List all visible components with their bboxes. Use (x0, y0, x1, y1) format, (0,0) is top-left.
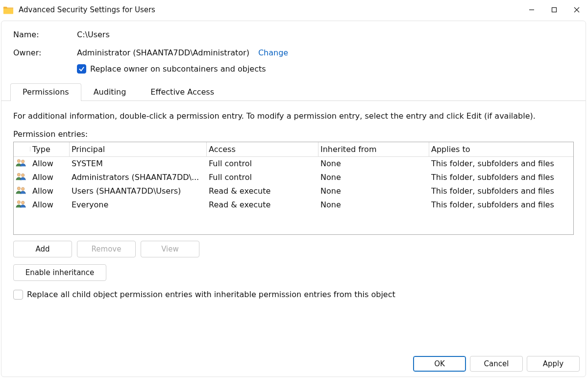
cell-type: Allow (30, 171, 70, 183)
col-access[interactable]: Access (207, 142, 318, 156)
permission-entry[interactable]: AllowEveryoneRead & executeNoneThis fold… (14, 198, 573, 212)
cell-principal: Users (SHAANTA7DD\Users) (70, 185, 207, 197)
permission-entries-label: Permission entries: (13, 129, 574, 139)
replace-all-row[interactable]: Replace all child object permission entr… (13, 290, 574, 300)
svg-point-8 (17, 187, 20, 190)
close-button[interactable] (565, 0, 588, 20)
permission-entry[interactable]: AllowUsers (SHAANTA7DD\Users)Read & exec… (14, 184, 573, 198)
cell-access: Read & execute (207, 185, 318, 197)
replace-owner-checkbox[interactable] (77, 64, 86, 74)
cell-inherited: None (318, 171, 429, 183)
permission-buttons-row: Add Remove View (13, 241, 574, 257)
cell-principal: SYSTEM (70, 157, 207, 170)
title-bar: Advanced Security Settings for Users (0, 0, 588, 20)
window-controls (520, 0, 588, 20)
cell-type: Allow (30, 185, 70, 197)
group-icon (14, 171, 30, 184)
owner-row: Owner: Administrator (SHAANTA7DD\Adminis… (13, 48, 574, 57)
svg-point-5 (22, 160, 24, 163)
tab-permissions[interactable]: Permissions (10, 83, 81, 101)
svg-point-6 (17, 173, 20, 176)
tabstrip: Permissions Auditing Effective Access (1, 83, 586, 101)
cell-access: Full control (207, 171, 318, 183)
tab-effective-access-label: Effective Access (150, 87, 214, 97)
view-button[interactable]: View (141, 241, 199, 257)
name-label: Name: (13, 30, 77, 39)
dialog-frame: Name: C:\Users Owner: Administrator (SHA… (1, 21, 586, 377)
name-row: Name: C:\Users (13, 30, 574, 39)
permission-entry[interactable]: AllowSYSTEMFull controlNoneThis folder, … (14, 157, 573, 171)
permission-entries-header-row: Type Principal Access Inherited from App… (14, 142, 573, 157)
group-icon (14, 198, 30, 212)
replace-all-label: Replace all child object permission entr… (27, 290, 395, 299)
group-icon (14, 157, 30, 171)
maximize-button[interactable] (543, 0, 565, 20)
cell-access: Full control (207, 157, 318, 170)
replace-owner-label: Replace owner on subcontainers and objec… (90, 64, 266, 74)
name-value: C:\Users (77, 30, 110, 39)
cancel-button[interactable]: Cancel (470, 356, 523, 372)
replace-all-checkbox[interactable] (13, 290, 23, 300)
col-applies[interactable]: Applies to (429, 142, 573, 156)
tab-permissions-label: Permissions (23, 87, 69, 97)
tab-auditing[interactable]: Auditing (81, 83, 139, 101)
header-section: Name: C:\Users Owner: Administrator (SHA… (1, 30, 586, 79)
dialog-footer: OK Cancel Apply (413, 356, 580, 372)
permissions-tab-body: For additional information, double-click… (1, 101, 586, 300)
tab-auditing-label: Auditing (94, 87, 126, 97)
owner-label: Owner: (13, 48, 77, 57)
add-button[interactable]: Add (13, 241, 72, 257)
ok-button[interactable]: OK (413, 356, 466, 372)
window-title: Advanced Security Settings for Users (19, 5, 155, 14)
svg-point-9 (22, 187, 24, 190)
remove-button[interactable]: Remove (77, 241, 136, 257)
info-text: For additional information, double-click… (13, 111, 574, 122)
change-owner-link[interactable]: Change (258, 48, 288, 57)
permission-entry[interactable]: AllowAdministrators (SHAANTA7DD\...Full … (14, 171, 573, 184)
cell-applies: This folder, subfolders and files (429, 157, 573, 170)
group-icon (14, 184, 30, 198)
svg-point-11 (22, 201, 24, 204)
minimize-button[interactable] (520, 0, 543, 20)
cell-principal: Everyone (70, 199, 207, 211)
col-type[interactable]: Type (30, 142, 70, 156)
permission-entries-box: Type Principal Access Inherited from App… (13, 142, 574, 235)
permission-entries-rows: AllowSYSTEMFull controlNoneThis folder, … (14, 157, 573, 212)
svg-rect-1 (552, 8, 557, 12)
cell-type: Allow (30, 199, 70, 211)
cell-applies: This folder, subfolders and files (429, 171, 573, 183)
cell-inherited: None (318, 185, 429, 197)
svg-point-4 (17, 159, 20, 162)
inheritance-row: Enable inheritance (13, 264, 574, 281)
owner-value: Administrator (SHAANTA7DD\Administrator) (77, 48, 249, 57)
replace-owner-row[interactable]: Replace owner on subcontainers and objec… (13, 64, 574, 74)
col-inherited[interactable]: Inherited from (318, 142, 429, 156)
tab-effective-access[interactable]: Effective Access (138, 83, 226, 101)
folder-icon (3, 5, 14, 14)
svg-point-10 (17, 201, 20, 203)
col-icon[interactable] (14, 147, 30, 152)
cell-applies: This folder, subfolders and files (429, 185, 573, 197)
col-principal[interactable]: Principal (70, 142, 207, 156)
svg-point-7 (22, 174, 24, 177)
cell-inherited: None (318, 157, 429, 170)
cell-inherited: None (318, 199, 429, 211)
apply-button[interactable]: Apply (527, 356, 580, 372)
cell-type: Allow (30, 157, 70, 170)
cell-applies: This folder, subfolders and files (429, 199, 573, 211)
cell-access: Read & execute (207, 199, 318, 211)
enable-inheritance-button[interactable]: Enable inheritance (13, 264, 106, 281)
cell-principal: Administrators (SHAANTA7DD\... (70, 171, 207, 183)
